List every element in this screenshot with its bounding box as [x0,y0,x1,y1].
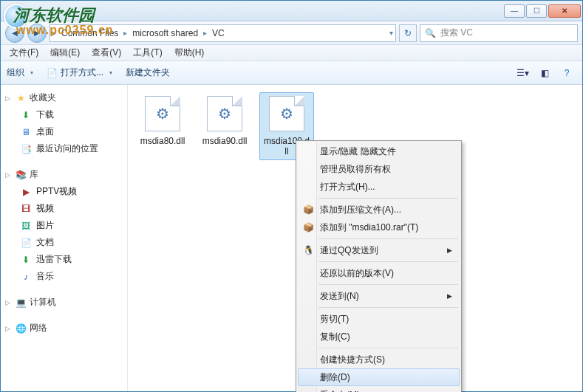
submenu-arrow-icon: ▶ [447,292,452,300]
refresh-button[interactable]: ↻ [399,24,417,42]
openwith-button[interactable]: 📄打开方式... [47,66,112,79]
sidebar-pictures[interactable]: 🖼图片 [1,217,127,234]
download-icon: ⬇ [20,254,32,266]
video-icon: 🎞 [20,203,32,215]
music-icon: ♪ [20,271,32,283]
help-button[interactable]: ? [557,65,576,81]
cm-copy[interactable]: 复制(C) [298,328,460,345]
organize-button[interactable]: 组织 [7,66,33,79]
libraries-group[interactable]: ▷📚库 [1,166,127,183]
sidebar-videos[interactable]: 🎞视频 [1,200,127,217]
cm-delete[interactable]: 删除(D) [298,368,460,386]
newfolder-button[interactable]: 新建文件夹 [126,66,170,79]
search-placeholder: 搜索 VC [440,27,473,39]
recent-icon: 📑 [20,143,32,155]
breadcrumb-seg[interactable]: Common Files [57,25,123,41]
winrar-icon: 📦 [302,221,314,233]
qq-icon: 🐧 [302,244,314,256]
breadcrumb-dropdown-icon[interactable]: ▾ [389,29,394,37]
dll-icon: ⚙ [218,105,231,123]
cm-create-shortcut[interactable]: 创建快捷方式(S) [298,351,460,368]
menu-view[interactable]: 查看(V) [86,45,127,61]
cm-qq-send[interactable]: 🐧通过QQ发送到▶ [298,241,460,259]
file-item[interactable]: ⚙ msdia80.dll [135,92,190,150]
menu-help[interactable]: 帮助(H) [168,45,211,61]
submenu-arrow-icon: ▶ [447,247,452,254]
menu-tools[interactable]: 工具(T) [127,45,168,61]
address-navbar: ◄ ► ▸ Common Files ▸ microsoft shared ▸ … [1,21,582,45]
computer-group[interactable]: ▷💻计算机 [1,294,127,311]
video-icon: ▶ [20,186,32,198]
cm-cut[interactable]: 剪切(T) [298,310,460,328]
library-icon: 📚 [15,169,27,181]
picture-icon: 🖼 [20,220,32,232]
context-menu: 显示/隐藏 隐藏文件 管理员取得所有权 打开方式(H)... 📦添加到压缩文件(… [296,140,462,392]
openwith-icon: 📄 [47,68,58,78]
close-button[interactable]: ✕ [548,4,581,18]
sidebar-pptv[interactable]: ▶PPTV视频 [1,183,127,200]
cm-open-with[interactable]: 打开方式(H)... [298,178,460,196]
favorites-group[interactable]: ▷★收藏夹 [1,89,127,106]
breadcrumb[interactable]: ▸ Common Files ▸ microsoft shared ▸ VC ▾ [50,24,396,42]
sidebar-documents[interactable]: 📄文档 [1,234,127,251]
dll-icon: ⚙ [156,105,169,123]
cm-admin-rights[interactable]: 管理员取得所有权 [298,160,460,178]
search-box[interactable]: 🔍 搜索 VC [420,24,578,42]
menu-file[interactable]: 文件(F) [4,45,44,61]
file-item[interactable]: ⚙ msdia90.dll [197,92,252,150]
cm-show-hidden[interactable]: 显示/隐藏 隐藏文件 [298,142,460,160]
desktop-icon: 🖥 [20,126,32,138]
menu-edit[interactable]: 编辑(E) [44,45,86,61]
explorer-window: — ☐ ✕ ◄ ► ▸ Common Files ▸ microsoft sha… [0,0,583,392]
document-icon: 📄 [20,237,32,249]
download-icon: ⬇ [20,109,32,121]
cm-restore-prev[interactable]: 还原以前的版本(V) [298,264,460,282]
window-controls: — ☐ ✕ [504,4,581,18]
sidebar-desktop[interactable]: 🖥桌面 [1,123,127,140]
cm-add-archive[interactable]: 📦添加到压缩文件(A)... [298,201,460,219]
network-group[interactable]: ▷🌐网络 [1,320,127,337]
forward-button[interactable]: ► [27,24,47,43]
toolbar: 组织 📄打开方式... 新建文件夹 ☰▾ ◧ ? [1,61,582,85]
winrar-icon: 📦 [302,204,314,216]
dll-icon: ⚙ [280,105,293,123]
sidebar-downloads[interactable]: ⬇下载 [1,106,127,123]
cm-send-to[interactable]: 发送到(N)▶ [298,287,460,305]
network-icon: 🌐 [15,323,27,334]
cm-add-to-rar[interactable]: 📦添加到 "msdia100.rar"(T) [298,219,460,236]
sidebar-xunlei[interactable]: ⬇迅雷下载 [1,251,127,268]
sidebar-music[interactable]: ♪音乐 [1,268,127,285]
computer-icon: 💻 [15,297,27,309]
menubar: 文件(F) 编辑(E) 查看(V) 工具(T) 帮助(H) [1,45,582,61]
breadcrumb-seg[interactable]: microsoft shared [128,25,202,41]
preview-pane-button[interactable]: ◧ [535,65,554,81]
star-icon: ★ [15,92,27,104]
breadcrumb-seg[interactable]: VC [208,25,229,41]
cm-rename[interactable]: 重命名(M) [298,386,460,392]
titlebar: — ☐ ✕ [1,1,582,21]
search-icon: 🔍 [425,28,436,38]
maximize-button[interactable]: ☐ [526,4,547,18]
watermark-logo [4,4,29,29]
minimize-button[interactable]: — [504,4,525,18]
nav-tree: ▷★收藏夹 ⬇下载 🖥桌面 📑最近访问的位置 ▷📚库 ▶PPTV视频 🎞视频 🖼… [1,85,128,391]
body: ▷★收藏夹 ⬇下载 🖥桌面 📑最近访问的位置 ▷📚库 ▶PPTV视频 🎞视频 🖼… [1,85,582,391]
view-mode-button[interactable]: ☰▾ [513,65,532,81]
sidebar-recent[interactable]: 📑最近访问的位置 [1,140,127,157]
